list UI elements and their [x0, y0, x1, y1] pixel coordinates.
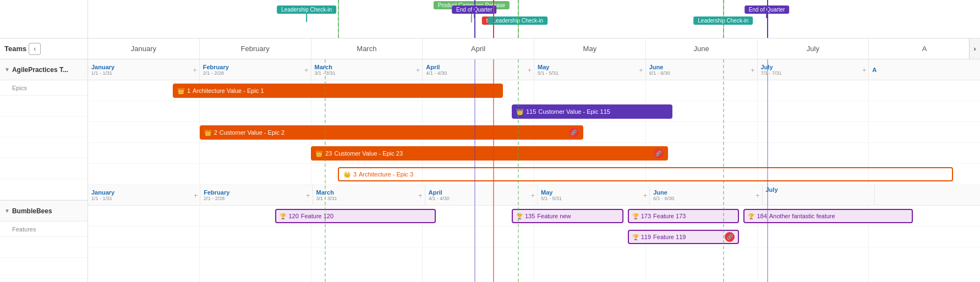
feature-bar-120[interactable]: 🏆 120 Feature 120 [275, 209, 436, 223]
epic-1-id: 1 [187, 87, 190, 94]
feature-row-1: 🏆 120 Feature 120 🏆 135 Feature new 🏆 17… [88, 206, 980, 226]
crown-icon-23: 👑 [315, 150, 323, 157]
agile-jan-add-button[interactable]: + [193, 65, 197, 74]
bumble-may-cell: May 5/1 - 5/31 + [538, 185, 650, 205]
epic-bar-23[interactable]: 👑 23 Customer Value - Epic 23 🔗 [311, 146, 667, 161]
agile-jul-add-button[interactable]: + [862, 65, 867, 74]
epic-bar-2[interactable]: 👑 2 Customer Value - Epic 2 🔗 [200, 125, 583, 140]
link-icon-119: 🔗 [727, 234, 733, 240]
team-bumblebees-header[interactable]: ▼ BumbleBees [0, 201, 87, 222]
sidebar-epic-row-1 [0, 96, 87, 117]
today-vline [493, 59, 494, 282]
trophy-icon-119: 🏆 [632, 234, 639, 240]
epic-bar-1[interactable]: 👑 1 Architecture Value - Epic 1 [173, 84, 503, 98]
bumble-jan-range: 1/1 - 1/31 [91, 196, 196, 201]
agile-may-label: May [538, 64, 642, 70]
bumble-mar-add-button[interactable]: + [418, 191, 423, 199]
epic-3-title: Architecture - Epic 3 [359, 171, 413, 178]
epic-2-id: 2 [214, 129, 217, 136]
banner-row: Leadership Check-in Product Campaign Rel… [0, 0, 980, 38]
feature-173-id: 173 [641, 213, 651, 219]
agile-jan-range: 1/1 - 1/31 [91, 70, 196, 76]
month-mar: March [311, 38, 423, 59]
agile-month-subheader: January 1/1 - 1/31 + February 2/1 - 2/28… [88, 59, 980, 80]
feature-bar-135[interactable]: 🏆 135 Feature new [512, 209, 623, 223]
feature-184-title: Another fantastic feature [769, 213, 835, 219]
leadership-vline-2 [518, 59, 519, 282]
bumble-may-add-button[interactable]: + [643, 191, 648, 199]
feature-173-title: Feature 173 [653, 213, 686, 219]
link-badge-epic-23: 🔗 [654, 148, 664, 158]
feature-135-id: 135 [525, 213, 535, 219]
bumble-feb-add-button[interactable]: + [306, 191, 310, 199]
feature-bar-173[interactable]: 🏆 173 Feature 173 [628, 209, 740, 223]
epic-bar-3[interactable]: 👑 3 Architecture - Epic 3 [338, 167, 953, 181]
epic-row-4: 👑 23 Customer Value - Epic 23 🔗 [88, 143, 980, 164]
trophy-icon-135: 🏆 [516, 213, 523, 219]
agile-apr-range: 4/1 - 4/30 [426, 70, 530, 76]
epic-bar-115[interactable]: 👑 115 Customer Value - Epic 115 [512, 104, 672, 119]
bumble-feb-range: 2/1 - 2/28 [204, 196, 309, 201]
end-of-quarter-line-2 [767, 0, 768, 38]
leadership-line-3 [723, 0, 724, 38]
team-agile-section: ▼ AgilePractices T... Epics [0, 59, 87, 201]
bumblebees-feature-rows: 🏆 120 Feature 120 🏆 135 Feature new 🏆 17… [88, 206, 980, 250]
teams-label: Teams [4, 45, 26, 53]
teams-header-cell: Teams ‹ [0, 38, 88, 59]
agile-feb-label: February [203, 64, 308, 70]
feature-184-id: 184 [757, 213, 767, 219]
epic-2-title: Customer Value - Epic 2 [220, 129, 284, 136]
bumble-jun-cell: June 6/1 - 6/30 + [650, 185, 762, 205]
bumble-jul-cell: July [763, 185, 875, 205]
bumble-jun-add-button[interactable]: + [755, 191, 760, 199]
agile-aug-cell: A [869, 59, 980, 80]
feature-119-title: Feature 119 [653, 234, 686, 240]
bumble-jan-add-button[interactable]: + [194, 191, 198, 199]
agile-mar-cell: March 3/1 - 3/31 + [311, 59, 423, 80]
chevron-down-icon-2: ▼ [4, 208, 10, 214]
scroll-right-button[interactable]: › [969, 38, 980, 59]
agile-mar-add-button[interactable]: + [416, 65, 420, 74]
collapse-teams-button[interactable]: ‹ [29, 43, 41, 55]
end-quarter-vline-1 [474, 59, 475, 282]
sidebar-epic-row-3 [0, 137, 87, 158]
month-may: May [534, 38, 646, 59]
agile-apr-label: April [426, 64, 530, 70]
month-jul: July [758, 38, 869, 59]
bumble-apr-add-button[interactable]: + [530, 191, 535, 199]
month-jan: January [88, 38, 200, 59]
agile-jul-cell: July 7/1 - 7/31 + [758, 59, 869, 80]
leadership-vline-1 [325, 59, 326, 282]
agile-may-cell: May 5/1 - 5/31 + [534, 59, 646, 80]
agile-epics-rows: 👑 1 Architecture Value - Epic 1 👑 115 Cu… [88, 80, 980, 185]
agile-jul-range: 7/1 - 7/31 [761, 70, 866, 76]
team-bumblebees-name: BumbleBees [12, 207, 52, 215]
epics-label: Epics [0, 80, 87, 96]
agile-apr-add-button[interactable]: + [527, 65, 532, 74]
trophy-icon-120: 🏆 [280, 213, 286, 219]
end-of-quarter-line-1 [474, 0, 475, 38]
team-agile-header[interactable]: ▼ AgilePractices T... [0, 59, 87, 80]
agile-mar-label: March [315, 64, 419, 70]
gantt-chart-area: January 1/1 - 1/31 + February 2/1 - 2/28… [88, 59, 980, 282]
agile-feb-add-button[interactable]: + [304, 65, 309, 74]
team-agile-name: AgilePractices T... [12, 66, 68, 74]
feature-bar-119[interactable]: 🏆 119 Feature 119 🔗 [628, 230, 740, 244]
epic-row-5: 👑 3 Architecture - Epic 3 [88, 164, 980, 185]
bumble-aug-cell [875, 185, 980, 205]
feature-bar-184[interactable]: 🏆 184 Another fantastic feature [743, 209, 913, 223]
chevron-down-icon: ▼ [4, 67, 10, 73]
epic-115-id: 115 [526, 108, 536, 115]
epic-3-id: 3 [353, 171, 357, 178]
link-icon: 🔗 [571, 130, 577, 135]
agile-may-add-button[interactable]: + [639, 65, 643, 74]
bumble-jun-label: June [653, 189, 758, 196]
sidebar: ▼ AgilePractices T... Epics ▼ BumbleBees… [0, 59, 88, 282]
banner-sidebar [0, 0, 88, 38]
feature-119-id: 119 [641, 234, 651, 240]
epic-row-1: 👑 1 Architecture Value - Epic 1 [88, 80, 980, 101]
agile-jan-cell: January 1/1 - 1/31 + [88, 59, 200, 80]
feature-135-title: Feature new [537, 213, 571, 219]
crown-icon-1: 👑 [177, 87, 185, 95]
agile-jun-add-button[interactable]: + [751, 65, 755, 74]
